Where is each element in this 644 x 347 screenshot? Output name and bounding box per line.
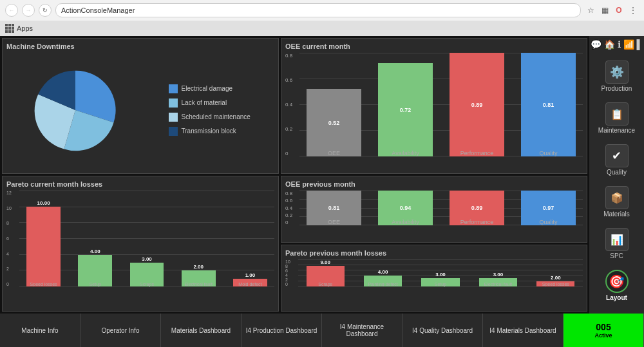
taskbar-materials-dashboard-label: Materials Dashboard	[171, 327, 231, 334]
sidebar-item-maintenance[interactable]: 📋 Maintenance	[592, 100, 641, 136]
pc-bar3: 3.00 Scraps	[122, 191, 171, 286]
pareto-prev-panel: Pareto previous month losses 0 2 4 6 8 1…	[281, 245, 587, 312]
pareto-cur-yaxis: 0 2 4 6 8 10 12	[6, 191, 19, 305]
oee-prev-yaxis: 0 0.2 0.4 0.6 0.8	[285, 191, 299, 236]
oee-prev-panel: OEE previous month 0 0.2 0.4 0.6 0.8	[281, 176, 587, 243]
oee-prev-bar-qual: 0.97 Quality	[514, 191, 583, 225]
oee-prev-bar-oee: 0.81 OEE	[299, 191, 368, 225]
apps-label: Apps	[17, 24, 33, 32]
legend-text-scheduled: Scheduled maintenance	[182, 113, 251, 120]
right-bottom-col: OEE previous month 0 0.2 0.4 0.6 0.8	[281, 176, 587, 312]
oee-cur-bar-perf2: 0.89 Performance	[442, 53, 511, 156]
pie-chart-2	[30, 65, 120, 155]
browser-chrome: ← → ↻ ActionConsoleManager ☆ ▦ O ⋮ Apps	[0, 0, 644, 36]
left-column: Machine Downtimes Electrical damage	[2, 38, 279, 312]
taskbar-machine-info[interactable]: Machine Info	[0, 314, 80, 347]
production-icon: ⚙️	[605, 61, 629, 84]
sidebar-label-maintenance: Maintenance	[598, 127, 635, 134]
top-icons-bar: 💬 🏠 ℹ 📶 ▌	[589, 36, 644, 53]
pareto-current-panel-2: Pareto current month losses 0 2 4 6 8 10…	[2, 176, 279, 312]
pie-legend-2: Electrical damage Lack of material Sched…	[169, 84, 251, 136]
back-button[interactable]: ←	[5, 4, 18, 17]
sidebar-label-spc: SPC	[610, 252, 623, 259]
legend-swatch-material	[169, 98, 178, 108]
url-text: ActionConsoleManager	[61, 6, 135, 14]
oee-prev-bar-perf: 0.89 Performance	[442, 191, 511, 225]
apps-grid-icon	[5, 24, 14, 33]
pareto-prev-bars: 9.00 Scraps 4.00 Painting defect 3.00	[298, 259, 583, 305]
info-icon[interactable]: ℹ	[618, 39, 621, 50]
legend-text-electrical: Electrical damage	[182, 85, 232, 92]
tabs-bar: Apps	[0, 21, 644, 36]
pp-bar4: 3.00 Electrical fault	[471, 259, 525, 286]
legend-item-material-2: Lack of material	[169, 98, 251, 108]
sidebar-item-spc[interactable]: 📊 SPC	[592, 225, 641, 262]
reload-button[interactable]: ↻	[39, 4, 52, 17]
legend-item-electrical-2: Electrical damage	[169, 84, 251, 93]
sidebar-item-layout[interactable]: 🎯 Layout	[592, 267, 641, 304]
taskbar-operator-info[interactable]: Operator Info	[80, 314, 161, 347]
pc-bar1: 10.00 Speed losses	[19, 191, 68, 286]
legend-item-scheduled-2: Scheduled maintenance	[169, 113, 251, 122]
address-bar[interactable]: ActionConsoleManager	[55, 3, 581, 17]
pp-bar5: 2.00 Speed losses	[529, 259, 583, 286]
pareto-cur-bars-2: 10.00 Speed losses 4.00 Setup 3.00 Scrap…	[19, 191, 274, 305]
sidebar-label-production: Production	[601, 85, 632, 92]
main-content: Machine Downtimes Electrical damage	[0, 36, 589, 314]
sidebar-item-production[interactable]: ⚙️ Production	[592, 58, 641, 95]
oee-cur-bar-avail2: 0.72 Availability	[371, 53, 440, 156]
taskbar-i4-materials[interactable]: I4 Materials Dashboard	[483, 314, 564, 347]
taskbar-i4-quality[interactable]: I4 Quality Dashboard	[402, 314, 483, 347]
legend-item-transmission-2: Transmission block	[169, 127, 251, 136]
pc-bar5: 1.00 Mold defect	[226, 191, 274, 286]
taskbar-i4-spc[interactable]: 005 Active	[564, 314, 644, 347]
legend-text-material: Lack of material	[182, 99, 227, 106]
maintenance-icon: 📋	[605, 102, 629, 126]
pareto-prev-yaxis: 0 2 4 6 8 10	[285, 259, 298, 305]
machine-downtimes-panel-2: Machine Downtimes Electrical damage	[2, 38, 279, 174]
home-icon[interactable]: 🏠	[604, 39, 615, 50]
taskbar-i4-production[interactable]: I4 Production Dashboard	[242, 314, 322, 347]
menu-icon[interactable]: ⋮	[627, 5, 639, 16]
sidebar-label-quality: Quality	[607, 169, 627, 176]
forward-button[interactable]: →	[22, 4, 35, 17]
taskbar-i4-spc-status: Active	[594, 332, 612, 339]
machine-downtimes-title-2: Machine Downtimes	[6, 42, 274, 50]
opera-icon[interactable]: O	[613, 5, 625, 16]
legend-text-transmission: Transmission block	[182, 127, 236, 135]
oee-cur-bar-qual2: 0.81 Quality	[514, 53, 583, 156]
quality-icon: ✔	[605, 144, 629, 167]
taskbar-operator-info-label: Operator Info	[102, 327, 140, 334]
pc-bar4: 2.00 Electrical fault	[175, 191, 223, 286]
chat-icon[interactable]: 💬	[591, 39, 601, 50]
materials-icon: 📦	[605, 186, 629, 209]
pp-bar1: 9.00 Scraps	[298, 259, 352, 286]
star-icon[interactable]: ☆	[585, 5, 596, 16]
taskbar-materials-dashboard[interactable]: Materials Dashboard	[161, 314, 242, 347]
layout-icon: 🎯	[605, 270, 629, 293]
sidebar-label-materials: Materials	[603, 211, 630, 218]
oee-cur-bar-oee2: 0.52 OEE	[299, 53, 368, 156]
oee-prev-bars-area: 0.81 OEE 0.94 Availability 0.89 Performa…	[299, 191, 583, 236]
extensions-icon[interactable]: ▦	[599, 5, 611, 16]
apps-tab[interactable]: Apps	[5, 24, 33, 33]
oee-current-panel-2: OEE current month 0 0.2 0.4 0.6 0.8	[281, 38, 587, 174]
taskbar-machine-info-label: Machine Info	[21, 327, 58, 334]
wifi-icon[interactable]: 📶	[623, 39, 634, 50]
pp-bar3: 3.00 Setup	[413, 259, 468, 286]
right-column: OEE current month 0 0.2 0.4 0.6 0.8	[281, 38, 587, 312]
taskbar-i4-maintenance[interactable]: I4 Maintenance Dashboard	[322, 314, 402, 347]
sidebar-item-quality[interactable]: ✔ Quality	[592, 142, 641, 178]
oee-current-title-2: OEE current month	[285, 42, 583, 50]
panel-icon[interactable]: ▌	[637, 39, 643, 50]
taskbar-i4-production-label: I4 Production Dashboard	[246, 327, 317, 334]
oee-prev-title: OEE previous month	[285, 180, 583, 188]
taskbar-i4-maintenance-label: I4 Maintenance Dashboard	[325, 323, 399, 337]
pc-bar2: 4.00 Setup	[71, 191, 119, 286]
legend-swatch-electrical	[169, 84, 178, 93]
browser-icons: ☆ ▦ O ⋮	[585, 5, 639, 16]
sidebar-label-layout: Layout	[606, 294, 627, 301]
legend-swatch-scheduled	[169, 113, 178, 122]
taskbar-i4-quality-label: I4 Quality Dashboard	[412, 327, 473, 334]
sidebar-item-materials[interactable]: 📦 Materials	[592, 183, 641, 220]
